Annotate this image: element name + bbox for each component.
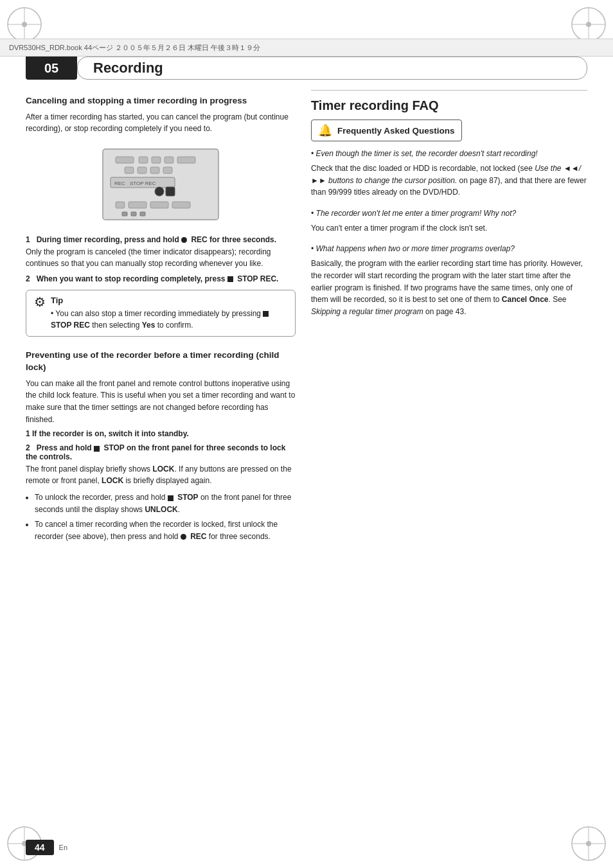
prevent-step-1: 1 If the recorder is on, switch it into … bbox=[26, 429, 296, 438]
prevent-heading: Preventing use of the recorder before a … bbox=[26, 350, 296, 374]
recorder-diagram: REC STOP REC bbox=[96, 143, 225, 226]
faq-a3: Basically, the program with the earlier … bbox=[311, 258, 587, 317]
faq-a2: You can't enter a timer program if the c… bbox=[311, 222, 587, 235]
chapter-tab: 05 bbox=[26, 57, 77, 80]
faq-item-3: • What happens when two or more timer pr… bbox=[311, 243, 587, 317]
prevent-bullet-2: To cancel a timer recording when the rec… bbox=[35, 518, 296, 542]
svg-rect-33 bbox=[150, 202, 168, 208]
faq-subheading: 🔔 Frequently Asked Questions bbox=[311, 120, 462, 141]
svg-rect-32 bbox=[129, 202, 147, 208]
page-number: 44 bbox=[26, 840, 54, 855]
svg-rect-20 bbox=[164, 157, 173, 163]
step-2: 2 When you want to stop recording comple… bbox=[26, 274, 296, 283]
corner-decoration-tl bbox=[5, 5, 44, 44]
right-column: Timer recording FAQ 🔔 Frequently Asked Q… bbox=[311, 90, 587, 817]
faq-item-2: • The recorder won't let me enter a time… bbox=[311, 208, 587, 235]
svg-rect-22 bbox=[125, 167, 134, 173]
prevent-step-2: 2 Press and hold STOP on the front panel… bbox=[26, 443, 296, 486]
faq-q2: • The recorder won't let me enter a time… bbox=[311, 208, 587, 219]
right-divider bbox=[311, 90, 587, 91]
faq-a1: Check that the disc loaded or HDD is rec… bbox=[311, 163, 587, 199]
svg-text:STOP REC: STOP REC bbox=[130, 181, 156, 186]
prevent-step-2-body: The front panel display briefly shows LO… bbox=[26, 463, 296, 486]
svg-rect-21 bbox=[177, 157, 195, 163]
chapter-number: 05 bbox=[44, 61, 58, 76]
cancel-intro: After a timer recording has started, you… bbox=[26, 111, 296, 135]
corner-decoration-tr bbox=[569, 5, 608, 44]
svg-rect-24 bbox=[150, 167, 159, 173]
prevent-bullet-1: To unlock the recorder, press and hold S… bbox=[35, 492, 296, 515]
svg-rect-37 bbox=[140, 212, 145, 216]
tip-icon: ⚙ bbox=[34, 296, 46, 308]
faq-icon: 🔔 bbox=[318, 123, 332, 137]
prevent-step-1-label: 1 If the recorder is on, switch it into … bbox=[26, 429, 296, 438]
prevent-bullet-list: To unlock the recorder, press and hold S… bbox=[35, 492, 296, 542]
step-1: 1 During timer recording, press and hold… bbox=[26, 235, 296, 269]
footer: 44 En bbox=[0, 840, 613, 855]
file-info: DVR530HS_RDR.book 44ページ ２００５年５月２６日 木曜日 午… bbox=[9, 43, 260, 53]
svg-rect-30 bbox=[166, 187, 175, 196]
faq-item-1: • Even though the timer is set, the reco… bbox=[311, 148, 587, 199]
faq-q3: • What happens when two or more timer pr… bbox=[311, 243, 587, 254]
recorder-image-wrap: REC STOP REC bbox=[26, 143, 296, 226]
svg-rect-18 bbox=[139, 157, 148, 163]
tip-content: Tip • You can also stop a timer recordin… bbox=[51, 296, 287, 331]
svg-rect-25 bbox=[163, 167, 172, 173]
svg-text:REC: REC bbox=[114, 181, 125, 186]
left-column: Canceling and stopping a timer recording… bbox=[26, 90, 296, 817]
step-1-body: Only the program is canceled (the timer … bbox=[26, 246, 296, 269]
svg-point-29 bbox=[155, 187, 164, 196]
step-1-label: 1 During timer recording, press and hold… bbox=[26, 235, 296, 244]
tip-text-1: • You can also stop a timer recording im… bbox=[51, 308, 287, 331]
tip-box: ⚙ Tip • You can also stop a timer record… bbox=[26, 290, 296, 337]
svg-rect-35 bbox=[122, 212, 127, 216]
footer-lang: En bbox=[59, 844, 67, 851]
svg-rect-19 bbox=[152, 157, 161, 163]
main-content: Canceling and stopping a timer recording… bbox=[26, 90, 587, 817]
svg-rect-36 bbox=[131, 212, 136, 216]
prevent-intro: You can make all the front panel and rem… bbox=[26, 378, 296, 425]
svg-rect-31 bbox=[116, 202, 125, 208]
cancel-heading: Canceling and stopping a timer recording… bbox=[26, 95, 296, 107]
faq-q1: • Even though the timer is set, the reco… bbox=[311, 148, 587, 159]
svg-rect-17 bbox=[116, 157, 134, 163]
prevent-step-2-label: 2 Press and hold STOP on the front panel… bbox=[26, 443, 296, 461]
section-title-bar: Recording bbox=[77, 57, 587, 80]
faq-subheading-label: Frequently Asked Questions bbox=[337, 126, 455, 136]
header-bar: DVR530HS_RDR.book 44ページ ２００５年５月２６日 木曜日 午… bbox=[0, 39, 613, 57]
svg-rect-23 bbox=[138, 167, 147, 173]
section-title: Recording bbox=[93, 60, 163, 76]
tip-title: Tip bbox=[51, 296, 287, 305]
svg-rect-34 bbox=[172, 202, 190, 208]
faq-heading: Timer recording FAQ bbox=[311, 98, 587, 113]
step-2-label: 2 When you want to stop recording comple… bbox=[26, 274, 296, 283]
